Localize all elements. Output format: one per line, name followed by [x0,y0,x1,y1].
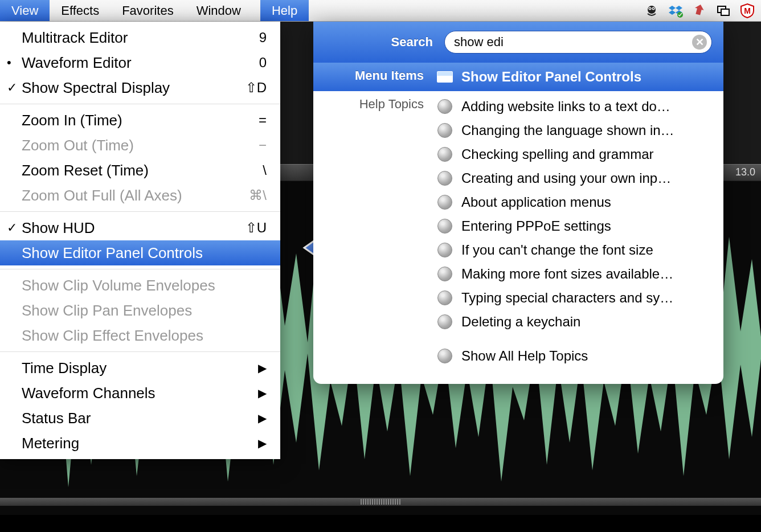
view-menu-item: Zoom Out Full (All Axes)⌘\ [0,183,280,208]
menu-result-icon [436,68,453,85]
help-topic-item[interactable]: Entering PPPoE settings [436,214,715,238]
view-menu-item: Show Clip Pan Envelopes [0,298,280,323]
help-topic-item[interactable]: Adding website links to a text do… [436,95,715,118]
submenu-arrow-icon: ▶ [258,383,267,403]
help-menu-items-row[interactable]: Menu Items Show Editor Panel Controls [313,63,723,91]
view-menu-item[interactable]: Show Editor Panel Controls [0,240,280,265]
view-menu-item[interactable]: Time Display▶ [0,355,280,380]
help-topic-item[interactable]: Checking spelling and grammar [436,142,715,166]
help-topic-item[interactable]: Creating and using your own inp… [436,166,715,190]
menu-favorites[interactable]: Favorites [111,0,185,21]
show-all-help-topics[interactable]: Show All Help Topics [436,345,715,367]
menu-shortcut: \ [263,160,267,181]
help-topic-icon [436,218,453,235]
view-menu-item[interactable]: Waveform Channels▶ [0,380,280,406]
help-topic-icon [436,313,453,330]
help-topic-label: If you can't change the font size [461,242,653,258]
view-menu-item[interactable]: ✓Show HUD⇧U [0,215,280,240]
checkmark-icon: ✓ [7,218,22,238]
menu-view[interactable]: View [0,0,50,21]
help-topic-item[interactable]: Typing special characters and sy… [436,286,715,310]
svg-point-1 [648,6,656,14]
svg-point-5 [653,8,654,9]
menu-view-label: View [11,3,38,18]
submenu-arrow-icon: ▶ [258,433,267,453]
menu-item-label: Show Editor Panel Controls [22,243,267,263]
help-topic-item[interactable]: Deleting a keychain [436,310,715,334]
menu-favorites-label: Favorites [122,3,173,18]
help-menu-panel: Search ✕ Menu Items Show Editor Panel Co… [313,22,723,384]
svg-point-4 [649,8,650,9]
view-menu-item[interactable]: Status Bar▶ [0,406,280,431]
help-topic-label: About application menus [461,194,611,210]
menu-shortcut: ⇧D [246,77,267,98]
tray-arrow-icon[interactable] [692,3,707,19]
menu-item-label: Multitrack Editor [22,27,259,48]
menu-shortcut: 9 [259,27,267,48]
search-label: Search [313,35,433,50]
menu-effects-label: Effects [61,3,99,18]
menu-item-label: Zoom Reset (Time) [22,160,263,181]
menu-window[interactable]: Window [185,0,252,21]
help-topic-label: Making more font sizes available… [461,266,673,282]
menu-shortcut: = [259,110,267,130]
help-menu-result-label: Show Editor Panel Controls [461,69,641,85]
help-topic-label: Changing the language shown in… [461,122,674,138]
help-topic-item[interactable]: Changing the language shown in… [436,118,715,142]
checkmark-icon: ✓ [7,77,22,98]
view-menu-item: Show Clip Volume Envelopes [0,273,280,298]
svg-text:M: M [744,6,751,15]
view-menu-item[interactable]: Metering▶ [0,431,280,456]
help-topic-icon [436,289,453,306]
view-menu-item[interactable]: Zoom In (Time)= [0,108,280,133]
help-topic-item[interactable]: Making more font sizes available… [436,262,715,286]
svg-rect-8 [721,9,729,15]
view-menu-item[interactable]: •Waveform Editor0 [0,50,280,75]
menu-item-label: Show Clip Effect Envelopes [22,325,267,346]
help-menu-result[interactable]: Show Editor Panel Controls [436,66,715,88]
view-menu-dropdown: Multitrack Editor9•Waveform Editor0✓Show… [0,22,280,459]
help-topic-item[interactable]: About application menus [436,190,715,214]
system-tray: M [644,0,761,21]
submenu-arrow-icon: ▶ [258,408,267,428]
mcafee-icon[interactable]: M [739,3,755,19]
help-topic-item[interactable]: If you can't change the font size [436,238,715,262]
dropbox-icon[interactable] [668,3,684,19]
tray-screens-icon[interactable] [715,3,731,19]
help-topic-label: Entering PPPoE settings [461,218,611,234]
search-input[interactable] [454,35,692,50]
menu-help-label: Help [272,3,297,18]
menu-help[interactable]: Help [260,0,309,21]
menu-separator [0,269,280,269]
help-show-all-row: Show All Help Topics [313,337,723,370]
view-menu-item[interactable]: ✓Show Spectral Display⇧D [0,75,280,100]
help-topic-label: Creating and using your own inp… [461,170,671,186]
menu-window-label: Window [197,3,241,18]
menu-item-label: Status Bar [22,408,258,428]
menu-item-label: Show Spectral Display [22,77,246,98]
menu-shortcut: 0 [259,52,267,73]
menu-effects[interactable]: Effects [50,0,111,21]
search-field[interactable]: ✕ [444,31,712,54]
menu-item-label: Metering [22,433,258,453]
menu-items-label: Menu Items [313,63,433,91]
view-menu-item[interactable]: Multitrack Editor9 [0,25,280,50]
view-menu-item[interactable]: Zoom Reset (Time)\ [0,158,280,183]
resize-handle-icon [361,499,400,505]
menu-item-label: Time Display [22,358,258,378]
menu-item-label: Show HUD [22,218,246,238]
help-topic-icon [436,265,453,283]
help-topic-label: Checking spelling and grammar [461,146,654,162]
clear-search-icon[interactable]: ✕ [692,35,707,50]
menu-shortcut: ⇧U [246,218,267,238]
view-menu-item: Show Clip Effect Envelopes [0,323,280,348]
panel-resize-bar[interactable] [0,498,761,506]
menu-shortcut: − [259,135,267,155]
submenu-arrow-icon: ▶ [258,358,267,378]
menu-item-label: Zoom Out Full (All Axes) [22,185,249,206]
menu-item-label: Show Clip Pan Envelopes [22,300,267,321]
menu-item-label: Zoom Out (Time) [22,135,259,155]
view-menu-item: Zoom Out (Time)− [0,133,280,158]
tray-app-icon[interactable] [644,3,660,19]
menu-separator [0,211,280,212]
